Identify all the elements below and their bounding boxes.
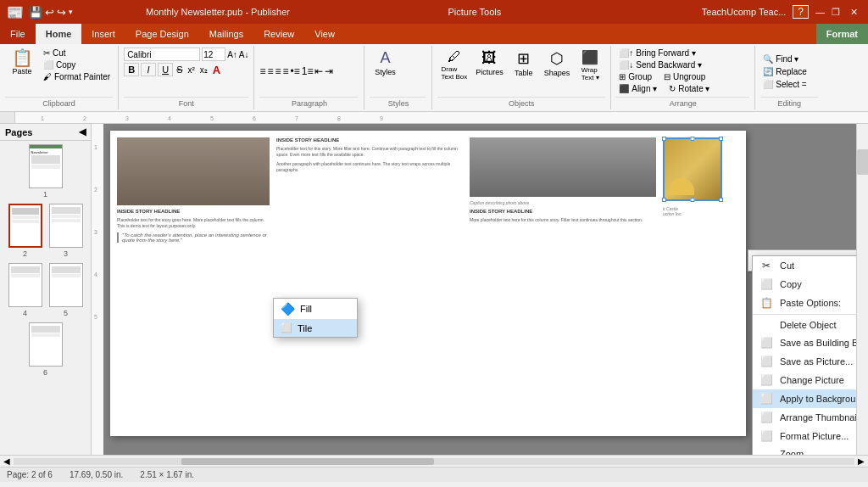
select-button[interactable]: ⬜ Select =: [760, 79, 809, 90]
table-icon: ⊞: [517, 49, 530, 68]
page-thumb-5[interactable]: 5: [48, 263, 84, 317]
tab-view[interactable]: View: [304, 24, 345, 44]
tab-insert[interactable]: Insert: [81, 24, 125, 44]
grow-font-icon[interactable]: A↑: [227, 50, 237, 59]
italic-button[interactable]: I: [141, 63, 156, 76]
maximize-button[interactable]: ❐: [832, 7, 840, 18]
ctx-save-building-block[interactable]: ⬜ Save as Building Block...: [753, 333, 856, 352]
ctx-change-picture[interactable]: ⬜ Change Picture ▶: [753, 371, 856, 389]
align-center-icon[interactable]: ≡: [268, 65, 274, 77]
draw-text-box-button[interactable]: 🖊 DrawText Box: [437, 48, 470, 82]
dropdown-icon[interactable]: ▾: [69, 8, 73, 16]
group-button[interactable]: ⊞ Group: [616, 71, 654, 82]
scroll-right-button[interactable]: ▶: [854, 456, 868, 466]
vertical-scrollbar[interactable]: [856, 124, 868, 455]
cut-button[interactable]: ✂ Cut: [41, 48, 113, 59]
svg-rect-0: [15, 112, 868, 124]
numbering-icon[interactable]: 1≡: [302, 65, 314, 77]
account-label: TeachUcomp Teac...: [702, 7, 786, 17]
ribbon-group-editing: 🔍 Find ▾ 🔄 Replace ⬜ Select = Editing: [755, 46, 823, 109]
wrap-text-button[interactable]: ⬛ WrapText ▾: [575, 48, 605, 83]
selected-image[interactable]: [663, 137, 722, 201]
send-backward-button[interactable]: ⬜↓ Send Backward ▾: [616, 59, 704, 70]
shrink-font-icon[interactable]: A↓: [239, 50, 249, 59]
indent-increase-icon[interactable]: ⇥: [325, 65, 333, 77]
ctx-submenu-fill[interactable]: 🔷 Fill: [274, 299, 357, 319]
picture-tools-label: Picture Tools: [448, 7, 502, 17]
group-icon: ⊞: [619, 72, 626, 81]
ctx-zoom[interactable]: Zoom ▶: [753, 445, 856, 455]
tab-mailings[interactable]: Mailings: [199, 24, 253, 44]
horizontal-scrollbar[interactable]: ◀ ▶: [0, 455, 868, 467]
font-size-input[interactable]: [202, 48, 225, 61]
tab-home[interactable]: Home: [36, 24, 82, 44]
shapes-button[interactable]: ⬡ Shapes: [541, 48, 574, 79]
justify-icon[interactable]: ≡: [283, 65, 289, 77]
styles-button[interactable]: A Styles: [370, 48, 400, 78]
scrollbar-thumb-h[interactable]: [181, 458, 434, 465]
tab-format[interactable]: Format: [816, 24, 868, 44]
copy-icon: ⬜: [43, 60, 53, 70]
save-icon[interactable]: 💾: [29, 6, 42, 19]
font-color-button[interactable]: A: [211, 64, 222, 76]
tab-page-design[interactable]: Page Design: [125, 24, 199, 44]
collapse-panel-button[interactable]: ◀: [79, 126, 86, 137]
ctx-submenu-tile[interactable]: ⬜ Tile: [274, 319, 357, 337]
subscript-button[interactable]: x₂: [198, 65, 209, 75]
bring-forward-button[interactable]: ⬜↑ Bring Forward ▾: [616, 48, 698, 59]
ungroup-icon: ⊟: [664, 72, 670, 81]
ribbon-group-arrange: ⬜↑ Bring Forward ▾ ⬜↓ Send Backward ▾ ⊞ …: [611, 46, 755, 109]
close-button[interactable]: ✕: [847, 7, 861, 18]
ribbon-group-font: A↑ A↓ B I U S x² x₂ A Font: [119, 46, 254, 109]
align-button[interactable]: ⬛ Align ▾: [616, 83, 659, 94]
ctx-copy[interactable]: ⬜ Copy: [753, 275, 856, 294]
redo-icon[interactable]: ↪: [57, 6, 66, 19]
align-right-icon[interactable]: ≡: [275, 65, 281, 77]
svg-text:3: 3: [94, 229, 97, 235]
ctx-save-picture[interactable]: ⬜ Save as Picture...: [753, 352, 856, 371]
pictures-button[interactable]: 🖼 Pictures: [472, 48, 507, 78]
ctx-paste-options[interactable]: 📋 Paste Options:: [753, 294, 856, 312]
main-area: Pages ◀ Newsletter 1: [0, 124, 868, 455]
find-button[interactable]: 🔍 Find ▾: [760, 53, 801, 64]
svg-text:5: 5: [210, 115, 214, 121]
align-left-icon[interactable]: ≡: [259, 65, 265, 77]
ribbon-group-styles: A Styles Styles: [364, 46, 432, 109]
font-family-input[interactable]: [124, 48, 200, 61]
scrollbar-thumb-v[interactable]: [857, 149, 868, 175]
rotate-button[interactable]: ↻ Rotate ▾: [666, 83, 712, 94]
table-button[interactable]: ⊞ Table: [509, 48, 539, 79]
bullets-icon[interactable]: •≡: [291, 65, 300, 77]
ctx-cut[interactable]: ✂ Cut: [753, 256, 856, 275]
tab-review[interactable]: Review: [253, 24, 304, 44]
page-thumb-1[interactable]: Newsletter 1: [28, 144, 64, 199]
underline-button[interactable]: U: [158, 63, 173, 76]
scrollbar-track-h[interactable]: [14, 458, 854, 465]
ctx-delete-object[interactable]: Delete Object: [753, 316, 856, 333]
text-box-icon: 🖊: [448, 49, 461, 64]
minimize-button[interactable]: —: [815, 7, 825, 17]
superscript-button[interactable]: x²: [186, 65, 196, 75]
wrap-icon: ⬛: [581, 49, 598, 65]
help-button[interactable]: ?: [793, 5, 809, 19]
ctx-apply-background[interactable]: ⬜ Apply to Background ▶: [753, 389, 856, 408]
tab-file[interactable]: File: [0, 24, 36, 44]
svg-text:3: 3: [125, 115, 129, 121]
page-thumb-2[interactable]: 2: [8, 204, 43, 258]
scroll-left-button[interactable]: ◀: [0, 456, 14, 466]
replace-button[interactable]: 🔄 Replace: [760, 66, 810, 77]
strikethrough-button[interactable]: S: [175, 64, 184, 75]
indent-decrease-icon[interactable]: ⇤: [314, 65, 323, 77]
ctx-arrange-thumbnails[interactable]: ⬜ Arrange Thumbnails: [753, 408, 856, 427]
page-thumb-6[interactable]: 6: [28, 322, 64, 377]
ribbon: 📋 Paste ✂ Cut ⬜ Copy 🖌 Format Painter Cl…: [0, 44, 868, 112]
page-thumb-3[interactable]: 3: [48, 204, 84, 258]
page-thumb-4[interactable]: 4: [8, 263, 43, 317]
undo-icon[interactable]: ↩: [45, 6, 54, 19]
paste-button[interactable]: 📋 Paste: [5, 48, 39, 77]
ungroup-button[interactable]: ⊟ Ungroup: [661, 71, 708, 82]
copy-button[interactable]: ⬜ Copy: [41, 59, 113, 70]
format-painter-button[interactable]: 🖌 Format Painter: [41, 71, 113, 82]
bold-button[interactable]: B: [124, 63, 139, 76]
ctx-format-picture[interactable]: ⬜ Format Picture...: [753, 427, 856, 445]
